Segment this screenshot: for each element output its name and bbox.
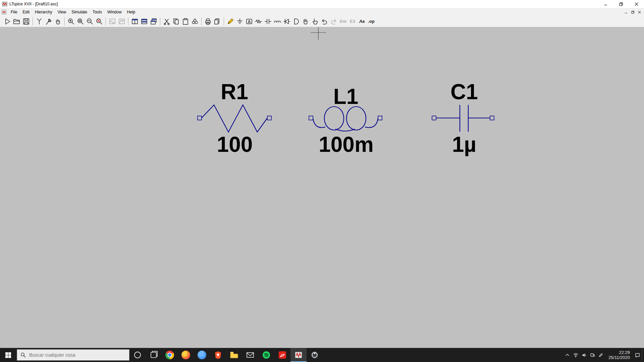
menu-bar: File Edit Hierarchy View Simulate Tools …: [0, 8, 644, 16]
brave-icon[interactable]: [210, 348, 226, 362]
mail-icon[interactable]: [242, 348, 258, 362]
text-icon[interactable]: Aa: [357, 17, 367, 26]
clock-date: 25/11/2020: [608, 355, 630, 360]
autorange-icon: [108, 17, 117, 26]
find-icon[interactable]: [190, 17, 200, 26]
maximize-button[interactable]: [613, 0, 629, 8]
inductor-symbol: [309, 107, 382, 131]
probe-icon[interactable]: [35, 17, 44, 26]
obs-icon[interactable]: [307, 348, 323, 362]
taskbar-clock[interactable]: 22:29 25/11/2020: [605, 348, 633, 362]
schematic-canvas[interactable]: R1 100 L1 100m C1 1µ: [0, 27, 644, 349]
tile-vertical-icon[interactable]: [130, 17, 140, 26]
undo-icon[interactable]: [320, 17, 329, 26]
title-bar: LTspice XVII - [Draft10.asc]: [0, 0, 644, 8]
acrobat-icon[interactable]: [274, 348, 290, 362]
wire-icon[interactable]: [226, 17, 235, 26]
ground-icon[interactable]: [235, 17, 245, 26]
zoom-out-icon[interactable]: [85, 17, 95, 26]
search-icon: [20, 352, 26, 358]
resistor-icon[interactable]: [254, 17, 263, 26]
drag-icon[interactable]: [310, 17, 320, 26]
label-icon[interactable]: A: [245, 17, 254, 26]
window-title: LTspice XVII - [Draft10.asc]: [9, 2, 58, 6]
tile-horizontal-icon[interactable]: [140, 17, 149, 26]
file-explorer-icon[interactable]: [226, 348, 242, 362]
mdi-minimize-button[interactable]: [623, 9, 629, 15]
halt-axe-icon[interactable]: [44, 17, 53, 26]
zoom-in-icon[interactable]: [66, 17, 76, 26]
open-icon[interactable]: [12, 17, 21, 26]
cascade-icon[interactable]: [149, 17, 158, 26]
cut-icon[interactable]: [162, 17, 171, 26]
menu-view[interactable]: View: [55, 9, 69, 15]
menu-window[interactable]: Window: [105, 9, 124, 15]
mdi-restore-button[interactable]: [630, 9, 636, 15]
chevron-up-icon[interactable]: [563, 348, 572, 362]
menu-help[interactable]: Help: [124, 9, 138, 15]
capacitor-symbol: [432, 105, 494, 132]
ltspice-app-icon: [2, 1, 7, 7]
thunderbird-icon[interactable]: [194, 348, 210, 362]
teams-icon[interactable]: [588, 348, 597, 362]
document-icon: [2, 10, 6, 14]
chrome-icon[interactable]: [162, 348, 178, 362]
ltspice-icon[interactable]: [290, 348, 307, 362]
desktop: LTspice XVII - [Draft10.asc] File Edit H…: [0, 0, 644, 362]
component-value[interactable]: 100m: [319, 132, 374, 157]
component-ref[interactable]: C1: [450, 79, 478, 104]
show-desktop-button[interactable]: [642, 348, 644, 362]
rotate-icon: E3: [348, 17, 357, 26]
mdi-close-button[interactable]: [636, 9, 643, 15]
pan-hand-icon[interactable]: [53, 17, 63, 26]
redo-icon: [329, 17, 338, 26]
clock-time: 22:29: [619, 350, 630, 355]
resistor-symbol: [198, 105, 271, 132]
capacitor-icon[interactable]: [263, 17, 273, 26]
zoom-area-icon[interactable]: [76, 17, 85, 26]
save-icon[interactable]: [21, 17, 31, 26]
diode-icon[interactable]: [282, 17, 291, 26]
menu-tools[interactable]: Tools: [90, 9, 105, 15]
toolbar: A Em E3 Aa .op: [0, 16, 644, 27]
search-input[interactable]: [29, 352, 120, 358]
mirror-icon: Em: [338, 17, 348, 26]
spotify-icon[interactable]: [258, 348, 274, 362]
task-view-icon[interactable]: [146, 348, 162, 362]
wifi-icon[interactable]: [572, 348, 580, 362]
svg-text:A: A: [248, 19, 251, 24]
taskbar: 22:29 25/11/2020: [0, 348, 644, 362]
zoom-clear-icon[interactable]: [95, 17, 104, 26]
component-ref[interactable]: R1: [221, 79, 248, 104]
component-ref[interactable]: L1: [333, 84, 359, 109]
crosshair-cursor: [311, 27, 326, 40]
volume-icon[interactable]: [580, 348, 588, 362]
system-tray: 22:29 25/11/2020: [563, 348, 644, 362]
close-button[interactable]: [629, 0, 644, 8]
move-icon[interactable]: [301, 17, 310, 26]
spice-directive-icon[interactable]: .op: [367, 17, 376, 26]
paste-icon[interactable]: [181, 17, 190, 26]
inductor-icon[interactable]: [273, 17, 282, 26]
cortana-icon[interactable]: [129, 348, 146, 362]
menu-hierarchy[interactable]: Hierarchy: [32, 9, 55, 15]
run-icon[interactable]: [3, 17, 12, 26]
component-icon[interactable]: [291, 17, 301, 26]
firefox-icon[interactable]: [178, 348, 194, 362]
minimize-button[interactable]: [598, 0, 613, 8]
print-icon[interactable]: [203, 17, 213, 26]
component-value[interactable]: 1µ: [452, 132, 476, 157]
notification-icon[interactable]: [633, 348, 642, 362]
menu-simulate[interactable]: Simulate: [69, 9, 90, 15]
component-value[interactable]: 100: [217, 132, 253, 157]
print-all-icon[interactable]: [213, 17, 222, 26]
plot-settings-icon: [117, 17, 126, 26]
menu-edit[interactable]: Edit: [20, 9, 32, 15]
pen-icon[interactable]: [597, 348, 605, 362]
taskbar-search[interactable]: [17, 349, 129, 361]
schematic-drawing: [0, 27, 644, 349]
menu-file[interactable]: File: [8, 9, 20, 15]
copy-icon[interactable]: [171, 17, 181, 26]
start-button[interactable]: [0, 348, 16, 362]
